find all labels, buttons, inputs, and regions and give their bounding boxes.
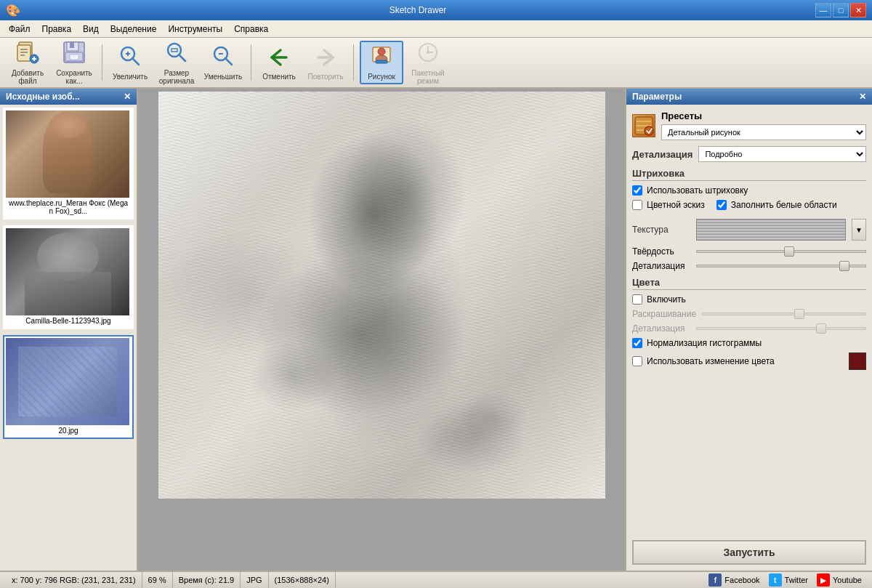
normalize-checkbox[interactable] [632,338,642,348]
window-controls: — □ ✕ [815,3,866,17]
svg-rect-26 [376,60,387,63]
params-panel: Параметры ✕ Пресеты [625,89,872,571]
status-dimensions: (1536×888×24) [269,572,336,588]
use-hatching-label: Использовать штриховку [647,185,748,196]
presets-icon [632,114,655,137]
status-youtube[interactable]: ▶ Youtube [812,573,866,587]
hardness-label: Твёрдость [632,246,690,257]
colors-title: Цвета [632,277,866,290]
thumbnail-image-1 [6,110,129,198]
thumbnail-image-3 [6,338,129,425]
sidebar-close-icon[interactable]: ✕ [124,92,131,102]
thumbnail-item-3[interactable]: 20.jpg [3,335,134,439]
app-icon: 🎨 [6,4,20,17]
close-button[interactable]: ✕ [850,3,866,17]
run-button[interactable]: Запустить [632,540,866,565]
thumbnail-label-1: www.theplace.ru_Меган Фокс (Megan Fox)_s… [6,198,131,217]
batch-mode-button[interactable]: Пакетныйрежим [406,41,450,84]
sidebar-content: www.theplace.ru_Меган Фокс (Megan Fox)_s… [0,105,137,571]
toolbar-sep-2 [251,44,251,81]
zoom-out-label: Уменьшить [204,73,242,81]
youtube-label: Youtube [833,576,862,584]
colorize-label: Раскрашивание [632,309,696,319]
hardness-slider[interactable] [696,250,866,253]
thumbnail-item-2[interactable]: Camilla-Belle-1123943.jpg [3,225,134,329]
detail-slider-label: Детализация [632,261,690,271]
zoom-in-icon [118,44,142,71]
menu-edit[interactable]: Правка [36,23,78,36]
twitter-label: Twitter [785,576,808,584]
presets-row: Пресеты Детальный рисунок [632,110,866,140]
hatching-title: Штриховка [632,168,866,181]
original-size-button[interactable]: Размероригинала [155,41,198,84]
add-file-label: Добавитьфайл [12,69,44,85]
status-twitter[interactable]: t Twitter [764,573,812,587]
svg-rect-1 [17,45,31,61]
color-sketch-label: Цветной эскиз [647,200,705,210]
presets-label: Пресеты [661,110,866,121]
save-as-button[interactable]: Сохранитькак... [52,41,96,84]
menu-file[interactable]: Файл [3,23,36,36]
maximize-button[interactable]: □ [833,3,849,17]
params-close-icon[interactable]: ✕ [859,92,866,102]
thumbnail-label-3: 20.jpg [6,425,131,436]
drawing-icon [368,44,395,71]
detail-slider-row: Детализация [632,261,866,271]
texture-dropdown-button[interactable]: ▼ [852,219,866,241]
status-time: Время (с): 21.9 [173,572,241,588]
canvas-scrollable[interactable] [138,89,625,571]
zoom-out-button[interactable]: Уменьшить [201,41,245,84]
texture-row: Текстура ▼ [632,219,866,241]
detail-select[interactable]: Подробно [698,146,866,162]
zoom-in-label: Увеличить [113,73,148,81]
color-sketch-checkbox[interactable] [632,200,642,210]
params-header: Параметры ✕ [626,89,872,105]
redo-button[interactable]: Повторить [304,41,347,84]
thumbnail-image-2 [6,228,129,315]
canvas-area[interactable] [138,89,625,571]
menu-tools[interactable]: Инструменты [162,23,228,36]
colors-detail-slider[interactable] [696,327,866,330]
menu-help[interactable]: Справка [228,23,274,36]
detail-label: Детализация [632,149,693,160]
use-hatching-checkbox[interactable] [632,185,642,196]
enable-colors-checkbox[interactable] [632,294,642,305]
fill-white-checkbox[interactable] [716,200,727,210]
main-area: Исходные изоб... ✕ www.theplace.ru_Меган… [0,89,872,571]
minimize-button[interactable]: — [815,3,831,17]
save-as-icon [62,41,86,68]
original-size-icon [165,41,188,68]
undo-icon [266,44,292,71]
facebook-icon: f [708,573,722,587]
enable-label: Включить [647,294,686,305]
texture-preview [696,219,846,241]
svg-point-33 [645,126,653,135]
color-swatch[interactable] [849,353,866,370]
menu-selection[interactable]: Выделение [105,23,163,36]
color-change-label: Использовать изменение цвета [647,356,775,366]
detalization-row: Детализация Подробно [632,146,866,162]
hardness-row: Твёрдость [632,246,866,257]
detail-slider[interactable] [696,265,866,267]
redo-label: Повторить [308,73,344,81]
presets-select[interactable]: Детальный рисунок [661,124,866,140]
fill-white-label: Заполнить белые области [731,200,837,210]
status-facebook[interactable]: f Facebook [704,573,764,587]
menu-bar: Файл Правка Вид Выделение Инструменты Сп… [0,20,872,38]
zoom-in-button[interactable]: Увеличить [108,41,152,84]
undo-button[interactable]: Отменить [257,41,301,84]
drawing-button[interactable]: Рисунок [360,41,403,84]
color-fill-row: Цветной эскиз Заполнить белые области [632,200,866,214]
color-change-check-container: Использовать изменение цвета [632,356,775,366]
fill-white-row: Заполнить белые области [716,200,837,210]
thumbnail-label-2: Camilla-Belle-1123943.jpg [6,315,131,326]
menu-view[interactable]: Вид [77,23,105,36]
thumbnail-item-1[interactable]: www.theplace.ru_Меган Фокс (Megan Fox)_s… [3,108,134,220]
original-size-label: Размероригинала [159,69,194,85]
enable-colors-row: Включить [632,294,866,305]
colorize-slider[interactable] [702,313,866,315]
window-title: Sketch Drawer [20,5,815,15]
twitter-icon: t [769,573,782,587]
add-file-button[interactable]: Добавитьфайл [6,41,49,84]
color-change-checkbox[interactable] [632,356,642,366]
